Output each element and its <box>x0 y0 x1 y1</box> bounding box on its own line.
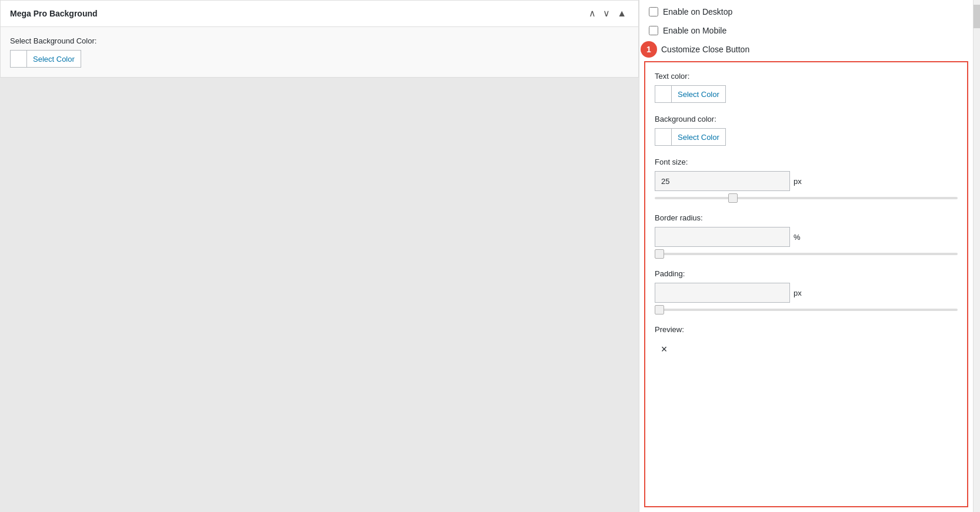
font-size-unit: px <box>794 177 802 186</box>
enable-desktop-checkbox[interactable] <box>649 7 658 16</box>
enable-desktop-row: Enable on Desktop <box>649 5 964 19</box>
border-radius-slider[interactable] <box>655 253 958 255</box>
text-color-swatch <box>655 86 672 102</box>
background-color-select-label: Select Color <box>27 55 81 63</box>
font-size-input[interactable] <box>655 171 790 191</box>
scrollbar-thumb[interactable] <box>974 5 980 28</box>
customize-close-label[interactable]: Customize Close Button <box>661 45 749 54</box>
enable-mobile-label[interactable]: Enable on Mobile <box>663 26 726 35</box>
border-radius-section: Border radius: % <box>655 213 958 257</box>
enable-mobile-row: Enable on Mobile <box>649 24 964 38</box>
border-radius-unit: % <box>794 233 801 242</box>
widget-title: Mega Pro Background <box>10 9 98 18</box>
sidebar-top-options: Enable on Desktop Enable on Mobile 1 Cus… <box>639 0 973 56</box>
enable-desktop-label[interactable]: Enable on Desktop <box>663 7 732 16</box>
text-color-select-button[interactable]: Select Color <box>655 85 726 103</box>
font-size-label: Font size: <box>655 158 958 166</box>
padding-unit: px <box>794 289 802 297</box>
customize-panel: Text color: Select Color Background colo… <box>644 61 968 507</box>
preview-close-button[interactable]: × <box>655 340 674 359</box>
padding-label: Padding: <box>655 269 958 278</box>
font-size-section: Font size: px <box>655 158 958 202</box>
scrollbar[interactable] <box>973 0 980 512</box>
padding-input[interactable] <box>655 283 790 303</box>
preview-label: Preview: <box>655 325 958 334</box>
padding-slider[interactable] <box>655 309 958 311</box>
bg-color-label: Background color: <box>655 115 958 123</box>
bg-color-swatch <box>655 129 672 145</box>
bg-color-select-button[interactable]: Select Color <box>655 128 726 146</box>
enable-mobile-checkbox[interactable] <box>649 26 658 35</box>
widget-expand-button[interactable]: ▲ <box>615 8 629 19</box>
text-color-section: Text color: Select Color <box>655 72 958 103</box>
padding-section: Padding: px <box>655 269 958 313</box>
customize-close-row: 1 Customize Close Button <box>649 42 964 56</box>
widget-move-down-button[interactable]: ∨ <box>601 8 612 19</box>
bg-color-section: Background color: Select Color <box>655 115 958 146</box>
border-radius-input[interactable] <box>655 227 790 247</box>
background-color-label: Select Background Color: <box>10 36 629 45</box>
background-color-select-button[interactable]: Select Color <box>10 50 81 68</box>
widget-move-up-button[interactable]: ∧ <box>586 8 598 19</box>
preview-section: Preview: × <box>655 325 958 359</box>
text-color-label: Text color: <box>655 72 958 81</box>
font-size-slider[interactable] <box>655 197 958 199</box>
border-radius-label: Border radius: <box>655 213 958 222</box>
right-sidebar: Enable on Desktop Enable on Mobile 1 Cus… <box>639 0 980 512</box>
widget-body: Select Background Color: Select Color <box>1 27 638 77</box>
widget-controls: ∧ ∨ ▲ <box>586 8 629 19</box>
text-color-select-label: Select Color <box>672 90 725 99</box>
bg-color-select-label: Select Color <box>672 133 725 142</box>
background-color-swatch <box>11 51 27 67</box>
badge-indicator: 1 <box>641 41 657 58</box>
